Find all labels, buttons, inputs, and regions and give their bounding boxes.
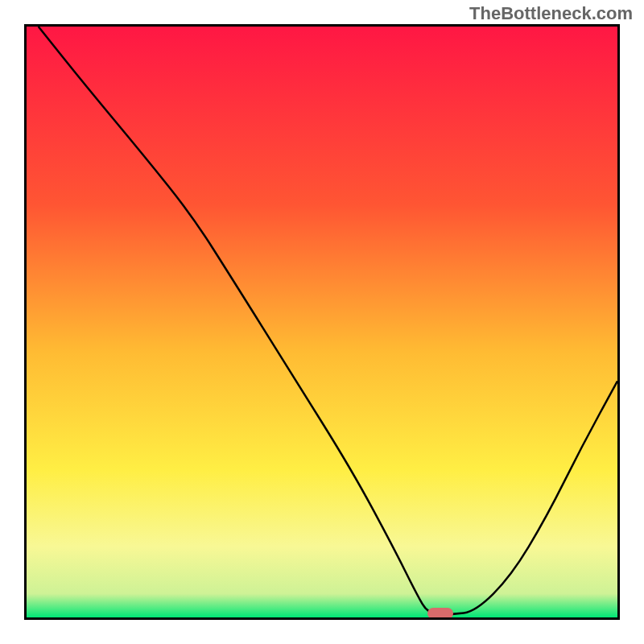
- watermark-text: TheBottleneck.com: [469, 3, 633, 24]
- chart-container: TheBottleneck.com: [0, 0, 644, 644]
- curve-line: [27, 27, 617, 617]
- optimal-marker: [427, 608, 453, 619]
- plot-area: [24, 24, 620, 620]
